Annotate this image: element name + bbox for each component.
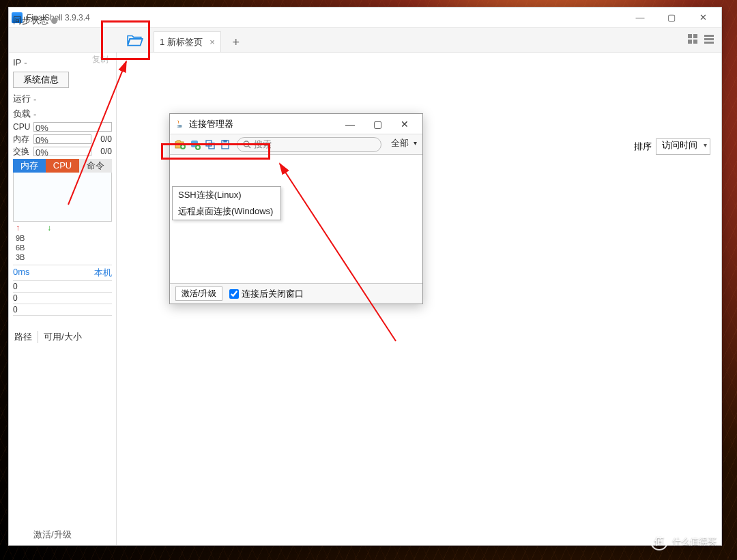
search-icon [243,141,251,149]
sync-status-dot-icon [51,18,57,24]
search-input[interactable]: 搜索 [237,137,381,152]
ip-label: IP [13,57,21,68]
copy-button[interactable]: 复制 [92,54,109,65]
dialog-footer: 激活/升级 连接后关闭窗口 [170,283,422,304]
monitor-chart [13,173,112,222]
paste-icon[interactable] [219,138,231,151]
svg-rect-4 [704,35,714,37]
tab-cpu[interactable]: CPU [46,159,78,173]
traffic-sparkline: 9B 6B 3B [13,234,112,265]
filter-select[interactable]: 全部 [387,137,418,152]
dialog-maximize-button[interactable]: ▢ [364,115,391,134]
sort-select[interactable]: 访问时间 [656,138,710,155]
svg-rect-2 [688,40,692,44]
mem-bar: 0% [33,134,91,144]
tab-label: 新标签页 [167,36,203,48]
download-arrow-icon: ↓ [47,223,51,233]
menu-item-rdp[interactable]: 远程桌面连接(Windows) [173,203,280,220]
window-title: FinalShell 3.9.3.4 [27,13,624,23]
dialog-titlebar: 连接管理器 — ▢ ✕ [170,114,422,134]
checkbox-label: 连接后关闭窗口 [242,288,304,300]
svg-rect-6 [704,42,714,44]
filter-value: 全部 [391,138,409,148]
system-info-button[interactable]: 系统信息 [13,72,69,88]
load-label: 负载 [13,108,31,120]
swap-label: 交换 [13,146,33,158]
cpu-bar: 0% [33,122,112,132]
mem-label: 内存 [13,134,33,145]
app-window: FinalShell 3.9.3.4 — ▢ ✕ 1 新标签页 × + [8,7,722,546]
folder-open-icon [126,33,144,48]
tab-command[interactable]: 命令 [79,159,112,173]
mem-value: 0% [35,135,48,145]
maximize-button[interactable]: ▢ [656,8,687,28]
cpu-value: 0% [35,123,48,133]
run-label: 运行 [13,93,31,105]
tab-index: 1 [160,37,164,47]
size-header: 可用/大小 [38,331,82,343]
tab-close-icon[interactable]: × [209,37,215,47]
checkbox-icon[interactable] [229,289,239,299]
path-header: 路径 [14,331,32,343]
svg-rect-14 [224,140,227,142]
java-icon [174,119,185,130]
menu-item-ssh[interactable]: SSH连接(Linux) [173,187,280,203]
dialog-close-button[interactable]: ✕ [391,115,418,134]
swap-bar: 0% [33,147,91,156]
tab-new[interactable]: 1 新标签页 × [154,31,221,52]
swap-right: 0/0 [91,147,112,156]
monitor-tabs: 内存 CPU 命令 [13,159,112,173]
dialog-title: 连接管理器 [189,118,336,130]
watermark-badge-icon: 值 [650,533,668,550]
watermark-text: 什么值得买 [672,535,717,548]
host-label: 本机 [94,267,112,279]
titlebar: FinalShell 3.9.3.4 — ▢ ✕ [9,8,721,28]
new-tab-button[interactable]: + [227,33,246,52]
list-view-icon[interactable] [702,32,716,46]
mem-right: 0/0 [91,134,112,144]
load-value: - [33,109,36,119]
zero-row-3: 0 [13,304,112,316]
new-folder-icon[interactable] [174,138,186,151]
connection-manager-button[interactable] [118,29,152,51]
svg-rect-1 [693,34,697,38]
minimize-button[interactable]: — [624,8,656,28]
latency-value: 0ms [13,267,30,279]
ip-value: - [24,57,27,68]
swap-value: 0% [35,147,48,158]
tab-memory[interactable]: 内存 [13,159,46,173]
sort-value: 访问时间 [662,140,697,150]
grid-view-icon[interactable] [686,32,699,46]
run-value: - [33,94,36,104]
watermark: 值 什么值得买 [650,533,717,550]
upload-arrow-icon: ↑ [16,223,20,233]
new-connection-icon[interactable] [189,138,201,151]
sort-label: 排序 [634,141,652,153]
search-placeholder: 搜索 [254,138,272,151]
dialog-toolbar: 搜索 全部 [170,134,422,155]
svg-rect-0 [688,34,692,38]
connection-manager-dialog: 连接管理器 — ▢ ✕ 搜索 全部 [169,113,423,304]
activate-link[interactable]: 激活/升级 [33,529,72,541]
tab-bar: 1 新标签页 × + [9,28,721,53]
y-6b: 6B [16,244,25,252]
cpu-label: CPU [13,122,33,132]
close-after-connect-checkbox[interactable]: 连接后关闭窗口 [229,288,304,300]
close-button[interactable]: ✕ [687,8,719,28]
zero-row-1: 0 [13,281,112,293]
new-connection-menu: SSH连接(Linux) 远程桌面连接(Windows) [172,186,281,220]
svg-point-15 [244,141,249,147]
y-3b: 3B [16,253,25,261]
dialog-activate-button[interactable]: 激活/升级 [175,286,222,301]
dialog-minimize-button[interactable]: — [336,115,364,134]
y-9b: 9B [16,234,25,242]
zero-row-2: 0 [13,293,112,304]
svg-rect-5 [704,38,714,40]
sync-status-label: 同步状态 [13,14,48,27]
svg-rect-3 [693,40,697,44]
sidebar: 同步状态 IP - 复制 系统信息 运行- 负载- CPU 0% 内存 0% 0… [9,53,117,545]
copy-icon[interactable] [204,138,216,151]
dialog-body: SSH连接(Linux) 远程桌面连接(Windows) [170,155,422,283]
